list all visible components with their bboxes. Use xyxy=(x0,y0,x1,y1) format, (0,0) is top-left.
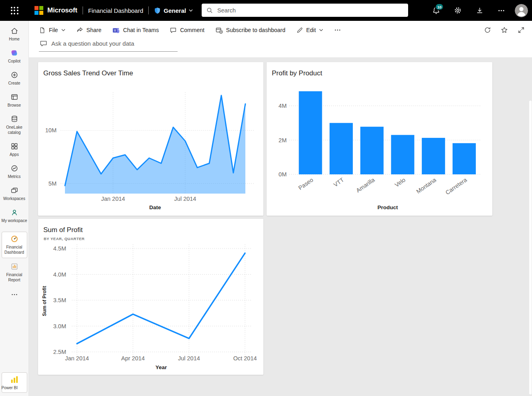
fullscreen-button[interactable] xyxy=(518,26,525,34)
svg-text:2.5M: 2.5M xyxy=(53,349,66,355)
edit-button[interactable]: Edit xyxy=(296,27,323,34)
sidebar-item-label: OneLake catalog xyxy=(2,125,27,135)
star-icon xyxy=(501,26,508,34)
left-nav: Home Copilot Create Browse OneLake catal… xyxy=(0,21,29,396)
sidebar-item-financial-report[interactable]: Financial Report xyxy=(0,259,28,286)
settings-button[interactable] xyxy=(450,2,466,18)
tile-profit-by-product[interactable]: Profit by Product 0M2M4MPaseoVTTAmarilla… xyxy=(267,62,492,216)
chevron-down-icon xyxy=(189,9,193,12)
app-title: Financial Dashboard xyxy=(88,7,144,14)
sidebar-item-workspaces[interactable]: Workspaces xyxy=(0,183,28,205)
svg-text:Montana: Montana xyxy=(415,176,437,195)
main-area: File Share T Chat in Teams Comment Subsc… xyxy=(29,21,532,396)
sidebar-item-label: Financial Dashboard xyxy=(2,244,27,255)
svg-text:Velo: Velo xyxy=(394,176,407,188)
sidebar-item-financial-dashboard[interactable]: Financial Dashboard xyxy=(2,232,27,258)
expand-icon xyxy=(518,26,525,34)
profit-bar-chart: 0M2M4MPaseoVTTAmarillaVeloMontanaCarrete… xyxy=(267,62,492,216)
svg-text:VTT: VTT xyxy=(332,176,345,188)
sidebar-item-home[interactable]: Home xyxy=(0,23,28,45)
environment-label: General xyxy=(164,7,186,14)
more-options-button[interactable] xyxy=(493,2,509,18)
divider xyxy=(148,6,149,14)
sidebar-item-label: Apps xyxy=(2,152,27,157)
report-chart-icon xyxy=(10,263,18,271)
comment-icon xyxy=(170,26,177,34)
divider xyxy=(83,6,83,14)
search-box[interactable] xyxy=(202,4,408,17)
search-icon xyxy=(206,7,213,14)
svg-text:3.5M: 3.5M xyxy=(53,297,66,303)
apps-grid-icon xyxy=(10,142,18,150)
environment-switcher[interactable]: General xyxy=(154,7,193,14)
sidebar-item-browse[interactable]: Browse xyxy=(0,89,28,111)
speech-bubble-icon xyxy=(40,40,47,47)
notifications-button[interactable]: 10 xyxy=(428,2,444,18)
home-icon xyxy=(10,27,18,35)
file-menu-button[interactable]: File xyxy=(39,27,65,34)
shield-icon xyxy=(154,7,161,14)
sidebar-item-create[interactable]: Create xyxy=(0,67,28,89)
tile-title: Sum of Profit xyxy=(43,226,83,234)
notification-badge: 10 xyxy=(435,3,444,10)
svg-text:4.5M: 4.5M xyxy=(53,245,66,252)
tile-title: Profit by Product xyxy=(272,69,322,77)
sidebar-item-my-workspace[interactable]: My workspace xyxy=(0,205,28,227)
chat-in-teams-label: Chat in Teams xyxy=(123,27,159,33)
sidebar-item-metrics[interactable]: Metrics xyxy=(0,161,28,183)
refresh-icon xyxy=(484,26,491,34)
dashboard-gauge-icon xyxy=(10,235,18,243)
file-icon xyxy=(39,27,46,34)
vertical-scrollbar[interactable] xyxy=(529,101,532,394)
power-bi-logo-icon xyxy=(10,375,19,384)
comment-button[interactable]: Comment xyxy=(170,26,204,34)
sidebar-item-apps[interactable]: Apps xyxy=(0,139,28,161)
qna-placeholder: Ask a question about your data xyxy=(51,40,134,47)
svg-text:Carretera: Carretera xyxy=(444,176,468,196)
refresh-button[interactable] xyxy=(484,26,491,34)
database-icon xyxy=(10,115,18,123)
microsoft-brand: Microsoft xyxy=(34,6,77,15)
svg-text:Jan 2014: Jan 2014 xyxy=(101,196,125,202)
pencil-icon xyxy=(296,27,303,34)
svg-text:4.0M: 4.0M xyxy=(53,271,66,278)
subscribe-label: Subscribe to dashboard xyxy=(226,27,285,33)
sidebar-item-onelake-catalog[interactable]: OneLake catalog xyxy=(0,111,28,139)
svg-text:10M: 10M xyxy=(45,127,57,133)
sidebar-item-label: Copilot xyxy=(2,59,27,64)
svg-text:Date: Date xyxy=(149,204,161,210)
search-input[interactable] xyxy=(216,7,390,14)
account-avatar[interactable] xyxy=(515,4,528,17)
toolbar-more-button[interactable] xyxy=(334,26,341,34)
share-button[interactable]: Share xyxy=(76,26,101,34)
app-launcher-button[interactable] xyxy=(6,2,23,19)
svg-text:4M: 4M xyxy=(279,103,287,109)
svg-text:Amarilla: Amarilla xyxy=(355,176,376,194)
person-workspace-icon xyxy=(10,208,18,216)
svg-text:Product: Product xyxy=(377,204,398,210)
person-icon xyxy=(515,4,528,17)
sidebar-item-label: Create xyxy=(2,81,27,86)
sidebar-item-label: Home xyxy=(2,36,27,42)
subscribe-icon xyxy=(215,26,223,34)
tile-sum-of-profit[interactable]: Sum of Profit BY YEAR, QUARTER 2.5M3.0M3… xyxy=(38,219,263,375)
sidebar-item-label: Workspaces xyxy=(2,196,27,201)
svg-text:Jul 2014: Jul 2014 xyxy=(178,355,200,362)
svg-text:0M: 0M xyxy=(279,171,287,178)
qna-input[interactable]: Ask a question about your data xyxy=(39,39,178,52)
share-icon xyxy=(76,26,83,34)
sidebar-item-label: My workspace xyxy=(2,218,27,223)
favorite-button[interactable] xyxy=(501,26,508,34)
app-switcher-power-bi[interactable]: Power BI xyxy=(2,372,27,393)
sidebar-item-copilot[interactable]: Copilot xyxy=(0,45,28,67)
subscribe-button[interactable]: Subscribe to dashboard xyxy=(215,26,285,34)
metrics-icon xyxy=(10,164,18,172)
download-icon xyxy=(476,7,483,14)
ellipsis-icon xyxy=(498,7,505,14)
download-button[interactable] xyxy=(471,2,487,18)
svg-text:3.0M: 3.0M xyxy=(53,323,66,329)
chat-in-teams-button[interactable]: T Chat in Teams xyxy=(112,26,159,34)
sidebar-more-button[interactable] xyxy=(0,286,28,303)
copilot-icon xyxy=(10,49,18,57)
tile-gross-sales-trend[interactable]: Gross Sales Trend Over Time Jan 2014Jul … xyxy=(38,62,263,216)
